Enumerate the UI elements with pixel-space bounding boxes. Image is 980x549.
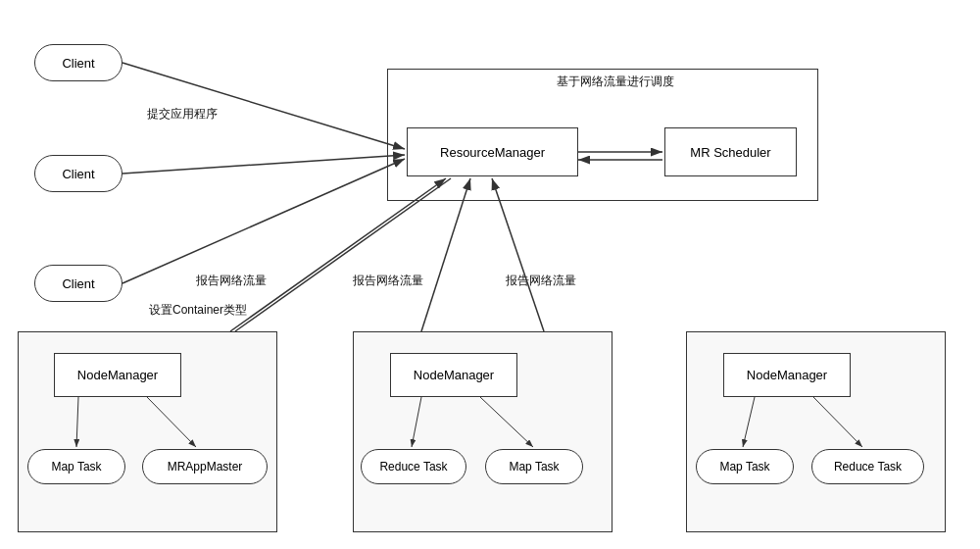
map-task-1: Map Task (27, 449, 125, 484)
client-node-1: Client (34, 44, 122, 81)
client3-label: Client (62, 276, 94, 291)
report-label-3: 报告网络流量 (506, 273, 576, 289)
t2-label: MRAppMaster (168, 460, 243, 474)
nm2-label: NodeManager (414, 368, 494, 382)
t3-label: Reduce Task (379, 460, 447, 474)
nm3-label: NodeManager (747, 368, 827, 382)
t5-label: Map Task (719, 460, 769, 474)
mr-scheduler: MR Scheduler (664, 127, 797, 176)
map-task-3: Map Task (696, 449, 794, 484)
svg-line-9 (492, 178, 544, 331)
reduce-task-2: Reduce Task (811, 449, 924, 484)
rm-label: ResourceManager (440, 145, 545, 160)
t6-label: Reduce Task (834, 460, 902, 474)
diagram: 基于网络流量进行调度 Client Client Client 提交应用程序 R… (0, 0, 980, 549)
t4-label: Map Task (509, 460, 559, 474)
svg-line-10 (235, 178, 451, 331)
node-manager-3: NodeManager (723, 353, 851, 397)
map-task-2: Map Task (485, 449, 583, 484)
set-container-label: 设置Container类型 (149, 302, 247, 319)
client1-label: Client (62, 56, 94, 71)
client2-label: Client (62, 167, 94, 181)
report-label-2: 报告网络流量 (353, 273, 423, 289)
reduce-task-1: Reduce Task (361, 449, 466, 484)
nm1-label: NodeManager (77, 368, 158, 382)
svg-line-8 (421, 178, 470, 331)
mrs-label: MR Scheduler (690, 145, 770, 160)
svg-line-4 (122, 159, 405, 283)
svg-line-7 (230, 178, 446, 331)
mrappmaster: MRAppMaster (142, 449, 268, 484)
schedule-label: 基于网络流量进行调度 (557, 74, 674, 90)
client-node-3: Client (34, 265, 122, 302)
node-manager-1: NodeManager (54, 353, 181, 397)
submit-label: 提交应用程序 (147, 106, 218, 123)
node-manager-2: NodeManager (390, 353, 517, 397)
client-node-2: Client (34, 155, 122, 192)
svg-line-3 (122, 155, 405, 174)
resource-manager: ResourceManager (407, 127, 578, 176)
report-label-1: 报告网络流量 (196, 273, 267, 289)
t1-label: Map Task (51, 460, 101, 474)
